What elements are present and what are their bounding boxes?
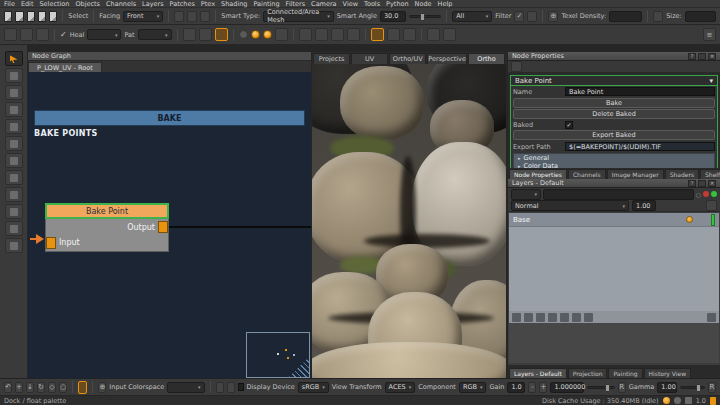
blend-mode-dropdown[interactable]: Normal▾	[511, 200, 629, 211]
bake-group-header[interactable]: BAKE	[34, 110, 305, 126]
menu-shading[interactable]: Shading	[221, 0, 247, 8]
smudge-tool-icon[interactable]	[5, 187, 23, 202]
add-group-icon[interactable]	[536, 313, 545, 322]
gradient-icon[interactable]	[387, 28, 400, 41]
texel-density-field[interactable]	[609, 11, 642, 22]
paint-select-icon[interactable]	[200, 11, 210, 22]
measure-tool-icon[interactable]	[5, 238, 23, 253]
gain-reset-button[interactable]: R	[618, 382, 626, 393]
color-managed-icon[interactable]	[78, 381, 87, 394]
tab-image-manager[interactable]: Image Manager	[607, 169, 664, 179]
merge-layers-icon[interactable]	[560, 313, 569, 322]
toolbar-checkbox[interactable]	[238, 383, 244, 391]
palette-close-icon[interactable]: ✕	[708, 180, 716, 187]
scale-icon[interactable]: ◇	[48, 382, 56, 393]
eye-icon[interactable]	[4, 28, 17, 41]
tab-ortho[interactable]: Ortho	[468, 53, 505, 64]
transform-tool-icon[interactable]	[5, 85, 23, 100]
filter-grid-icon[interactable]	[527, 11, 537, 22]
slider-thumb[interactable]	[605, 384, 610, 392]
menu-objects[interactable]: Objects	[75, 0, 100, 8]
play-icon[interactable]	[443, 28, 456, 41]
bake-buffer-icon[interactable]	[315, 28, 328, 41]
duplicate-layer-icon[interactable]	[548, 313, 557, 322]
menu-help[interactable]: Help	[438, 0, 453, 8]
layers-list[interactable]: Base	[509, 213, 719, 311]
add-mask-icon[interactable]	[572, 313, 581, 322]
tab-uv[interactable]: UV	[351, 53, 388, 64]
node-lock-icon[interactable]	[511, 61, 522, 72]
node-graph-minimap[interactable]	[246, 332, 310, 378]
add-adjustment-layer-icon[interactable]	[524, 313, 533, 322]
full-lighting-icon[interactable]	[263, 30, 272, 39]
paint-tool-icon[interactable]	[5, 102, 23, 117]
menu-python[interactable]: Python	[386, 0, 409, 8]
tab-shaders[interactable]: Shaders	[665, 169, 699, 179]
tab-painting[interactable]: Painting	[608, 368, 642, 378]
mirror-horizontal-icon[interactable]	[20, 28, 33, 41]
brush-icon[interactable]	[183, 28, 196, 41]
clone-stamp-tool-icon[interactable]	[5, 136, 23, 151]
page-icon[interactable]	[216, 382, 224, 393]
menu-ptex[interactable]: Ptex	[201, 0, 215, 8]
layer-row-base[interactable]: Base	[509, 213, 719, 227]
resize-icon[interactable]	[653, 11, 663, 22]
symmetry-icon[interactable]	[347, 28, 360, 41]
vector-paint-tool-icon[interactable]	[5, 204, 23, 219]
palette-float-icon[interactable]	[698, 53, 706, 60]
filter-checkbox-icon[interactable]: ✓	[514, 11, 524, 22]
palette-pin-icon[interactable]	[698, 180, 706, 187]
shadow-grid-icon[interactable]	[275, 28, 288, 41]
delete-baked-button[interactable]: Delete Baked	[513, 109, 715, 119]
gamma-value-field[interactable]: 1.00	[657, 382, 677, 393]
menu-file[interactable]: File	[4, 0, 15, 8]
size-field[interactable]	[685, 11, 716, 22]
marquee-select-icon[interactable]	[174, 11, 184, 22]
menu-edit[interactable]: Edit	[21, 0, 34, 8]
color-swatch-icon[interactable]	[371, 28, 384, 41]
tab-ortho-uv[interactable]: Ortho/UV	[389, 53, 426, 64]
palette-help-icon[interactable]: ?	[688, 53, 696, 60]
tab-projects[interactable]: Projects	[313, 53, 350, 64]
node-properties-palette-title[interactable]: Node Properties ? ✕	[508, 52, 720, 61]
menu-view[interactable]: View	[343, 0, 358, 8]
tab-perspective[interactable]: Perspective	[427, 53, 467, 64]
menu-patches[interactable]: Patches	[170, 0, 195, 8]
screenshot-icon[interactable]	[427, 28, 440, 41]
gain-slider[interactable]	[587, 386, 614, 389]
eraser-icon[interactable]	[199, 28, 212, 41]
save-project-icon[interactable]	[27, 11, 35, 22]
basic-lighting-icon[interactable]	[251, 30, 260, 39]
red-status-dot-icon[interactable]	[703, 191, 709, 197]
display-device-dropdown[interactable]: sRGB▾	[298, 382, 329, 393]
menu-node[interactable]: Node	[415, 0, 432, 8]
layers-palette-title[interactable]: Layers - Default ? ✕	[508, 179, 720, 188]
select-tool-icon[interactable]	[5, 51, 23, 66]
input-port[interactable]	[46, 237, 56, 249]
marquee-select-tool-icon[interactable]	[5, 68, 23, 83]
output-port[interactable]	[158, 221, 168, 233]
properties-node-header[interactable]: Bake Point ▾	[511, 76, 717, 86]
menu-painting[interactable]: Painting	[253, 0, 279, 8]
smart-angle-field[interactable]: 30.0	[380, 11, 406, 22]
menu-camera[interactable]: Camera	[311, 0, 337, 8]
undo-view-icon[interactable]: ↶	[4, 382, 12, 393]
3d-viewport-canvas[interactable]	[312, 64, 506, 378]
node-connection-wire[interactable]	[169, 226, 311, 228]
snap-check-icon[interactable]: ✓	[60, 30, 67, 39]
node-graph-title[interactable]: Node Graph	[28, 52, 311, 61]
circle-select-icon[interactable]: ○	[59, 382, 67, 393]
facing-dropdown[interactable]: Front▾	[123, 11, 163, 22]
palette-close-icon[interactable]: ✕	[708, 53, 716, 60]
open-project-icon[interactable]	[15, 11, 23, 22]
move-icon[interactable]: +	[15, 382, 23, 393]
palette-help-icon[interactable]: ?	[688, 180, 696, 187]
layer-options-grid-icon[interactable]	[706, 200, 717, 211]
bake-point-node-body[interactable]: Output Input	[45, 219, 169, 252]
input-colorspace-dropdown[interactable]: ▾	[167, 382, 204, 393]
gradient-tool-icon[interactable]	[5, 153, 23, 168]
slider-thumb[interactable]	[696, 384, 701, 392]
gain-value-field[interactable]: 1.0	[507, 382, 525, 393]
gamma-reset-button[interactable]: R	[708, 382, 716, 393]
minimap-resize-hatch[interactable]	[289, 357, 309, 377]
